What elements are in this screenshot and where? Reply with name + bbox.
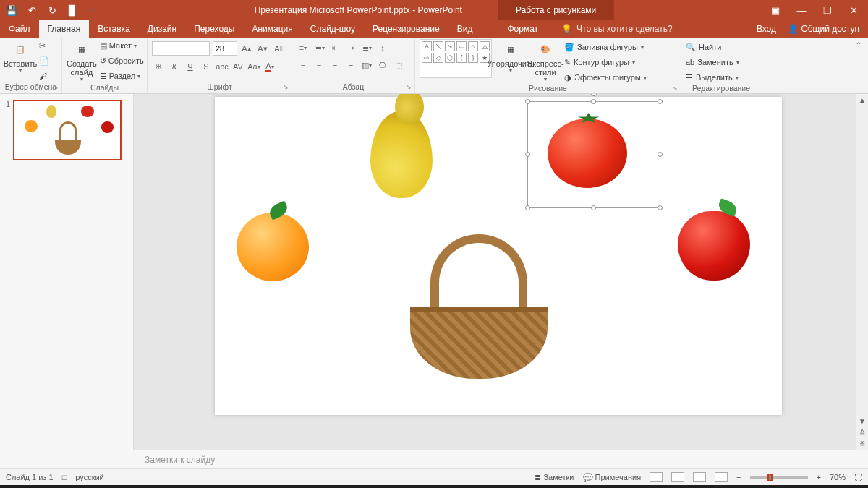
next-slide-icon[interactable]: ≚ [856,438,868,450]
select-button[interactable]: ☰Выделить▾ [686,71,739,84]
slide-canvas[interactable] [215,97,782,415]
shape-hex-icon[interactable]: ⬡ [445,53,455,63]
taskbar-app-word[interactable]: W [152,485,176,488]
redo-icon[interactable]: ↻ [46,4,58,16]
tab-file[interactable]: Файл [0,20,39,38]
zoom-level[interactable]: 70% [830,473,846,481]
show-desktop-button[interactable] [861,485,865,488]
fit-to-window-icon[interactable]: ⛶ [854,473,862,481]
tab-view[interactable]: Вид [448,20,482,38]
ribbon-display-options-icon[interactable]: ▣ [770,4,781,16]
scroll-down-icon[interactable]: ▼ [856,415,868,427]
tab-insert[interactable]: Вставка [89,20,139,38]
replace-button[interactable]: abЗаменить▾ [686,56,739,69]
shape-arrow2-icon[interactable]: ⇨ [422,53,432,63]
columns-button[interactable]: ▥▾ [360,59,373,72]
quick-styles-button[interactable]: 🎨 Экспресс- стили ▾ [529,39,561,83]
shape-diamond-icon[interactable]: ◇ [433,53,443,63]
qat-customize-icon[interactable]: ▾ [87,4,98,16]
image-apple[interactable] [678,211,750,281]
smartart-button[interactable]: ⬚ [392,59,405,72]
close-icon[interactable]: ✕ [848,4,859,16]
notes-pane[interactable]: Заметки к слайду [0,450,868,468]
reading-view-button[interactable] [693,472,706,482]
tab-animations[interactable]: Анимация [243,20,301,38]
slide-editor[interactable]: ▲ ▼ ≙ ≚ [134,94,868,450]
character-spacing-button[interactable]: abc [216,60,229,73]
shape-curly2-icon[interactable]: } [468,53,478,63]
copy-button[interactable]: 📄 [39,54,49,67]
image-orange[interactable] [237,213,309,281]
reset-button[interactable]: ↺ Сбросить [100,54,144,67]
drawing-launcher-icon[interactable]: ↘ [672,85,678,92]
spellcheck-icon[interactable]: □ [62,473,67,481]
file-explorer-icon[interactable]: 🗂 [78,485,103,488]
section-button[interactable]: ☰ Раздел▾ [100,69,144,82]
notes-toggle[interactable]: ≣ Заметки [535,473,574,482]
tab-home[interactable]: Главная [39,20,90,38]
bold-button[interactable]: Ж [152,60,165,73]
taskbar-app-browser[interactable]: Y [127,485,152,488]
tab-format[interactable]: Формат [498,20,547,38]
image-pear[interactable] [370,111,433,198]
selection-box[interactable] [527,101,660,208]
bullets-button[interactable]: ≡▾ [297,41,310,54]
task-view-icon[interactable]: ⊞ [54,485,78,488]
slideshow-view-button[interactable] [715,472,728,482]
share-button[interactable]: 👤 Общий доступ [788,24,859,34]
shapes-gallery[interactable]: A ＼ ↘ ▭ ○ △ ⇨ ◇ ⬡ { } ★ [420,39,492,78]
collapse-ribbon-icon[interactable]: ⌃ [855,40,862,51]
increase-font-icon[interactable]: A▴ [240,42,253,55]
shape-oval-icon[interactable]: ○ [468,41,478,51]
format-painter-button[interactable]: 🖌 [39,69,49,82]
align-center-button[interactable]: ≡ [312,59,326,72]
align-text-button[interactable]: ⎔ [376,59,389,72]
cut-button[interactable]: ✂ [39,39,49,52]
resize-handle-s[interactable] [591,205,596,210]
text-shadow-button[interactable]: AV [231,60,244,73]
font-size-combo[interactable] [213,41,237,56]
change-case-button[interactable]: Aa▾ [247,60,260,73]
resize-handle-n[interactable] [591,99,596,104]
minimize-icon[interactable]: — [796,4,807,16]
justify-button[interactable]: ≡ [344,59,357,72]
taskbar-app-powerpoint[interactable]: P [176,485,201,488]
taskbar-app-save-icon[interactable]: 💾 [103,485,127,488]
resize-handle-se[interactable] [658,205,663,210]
prev-slide-icon[interactable]: ≙ [856,427,868,438]
find-button[interactable]: 🔍Найти [686,40,721,53]
align-right-button[interactable]: ≡ [328,59,341,72]
resize-handle-e[interactable] [658,152,663,157]
image-basket[interactable] [410,285,548,379]
resize-handle-nw[interactable] [525,99,530,104]
comments-toggle[interactable]: 💬 Примечания [583,473,642,482]
sign-in-link[interactable]: Вход [757,24,776,34]
font-family-combo[interactable] [152,41,210,56]
start-from-beginning-icon[interactable]: ▉ [67,4,78,16]
resize-handle-sw[interactable] [525,205,530,210]
zoom-out-button[interactable]: − [736,473,741,481]
new-slide-button[interactable]: ▦ Создать слайд ▾ [67,39,97,83]
tab-transitions[interactable]: Переходы [185,20,243,38]
tab-review[interactable]: Рецензирование [364,20,448,38]
shape-outline-button[interactable]: ✎Контур фигуры▾ [564,56,647,69]
shape-textbox-icon[interactable]: A [422,41,432,51]
paragraph-launcher-icon[interactable]: ↘ [406,83,412,90]
search-icon[interactable]: 🔍 [29,485,54,488]
shape-effects-button[interactable]: ◑Эффекты фигуры▾ [564,71,647,84]
maximize-icon[interactable]: ❐ [822,4,833,16]
arrange-button[interactable]: ▦ Упорядочить ▾ [495,39,527,74]
vertical-scrollbar[interactable]: ▲ ▼ ≙ ≚ [856,94,868,450]
paste-button[interactable]: 📋 Вставить ▾ [4,39,36,74]
shape-rect-icon[interactable]: ▭ [456,41,467,51]
scroll-up-icon[interactable]: ▲ [856,94,868,106]
font-color-button[interactable]: A▾ [263,60,276,73]
resize-handle-w[interactable] [525,152,530,157]
decrease-indent-button[interactable]: ⇤ [328,41,341,54]
save-icon[interactable]: 💾 [6,4,17,16]
text-direction-button[interactable]: ↕ [376,41,389,54]
underline-button[interactable]: Ч [184,60,197,73]
font-launcher-icon[interactable]: ↘ [283,83,289,90]
shape-triangle-icon[interactable]: △ [480,41,490,51]
increase-indent-button[interactable]: ⇥ [344,41,357,54]
